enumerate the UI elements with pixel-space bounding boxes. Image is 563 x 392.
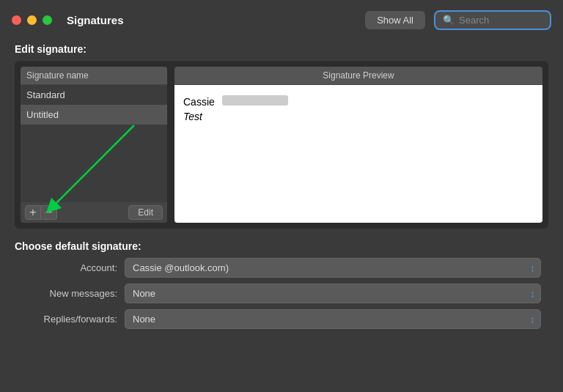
replies-forwards-select-wrap: None ↕	[125, 309, 541, 329]
add-signature-button[interactable]: +	[25, 205, 41, 220]
minimize-button[interactable]	[27, 15, 37, 25]
search-box: 🔍	[434, 10, 551, 30]
replies-forwards-label: Replies/forwards:	[22, 314, 117, 325]
search-input[interactable]	[459, 15, 540, 26]
account-select[interactable]: Cassie @outlook.com)	[125, 258, 541, 278]
close-button[interactable]	[12, 15, 21, 25]
edit-signature-button[interactable]: Edit	[128, 205, 163, 220]
signature-item-standard[interactable]: Standard	[21, 85, 167, 105]
signature-preview-name: Cassie	[183, 95, 534, 108]
signature-preview-italic: Test	[183, 111, 534, 122]
signature-list-empty-3	[21, 154, 167, 169]
edit-signature-section: Edit signature: Signature name Standard …	[15, 43, 548, 229]
signature-item-untitled[interactable]: Untitled	[21, 105, 167, 125]
show-all-button[interactable]: Show All	[365, 11, 425, 29]
default-signature-section: Choose default signature: Account: Cassi…	[15, 240, 548, 329]
account-select-wrap: Cassie @outlook.com) ↕	[125, 258, 541, 278]
signature-list-empty-1	[21, 125, 167, 139]
signature-preview-header: Signature Preview	[174, 67, 542, 85]
title-bar: Signatures Show All 🔍	[0, 0, 563, 40]
signature-preview-container: Signature Preview Cassie Test	[174, 67, 542, 223]
replies-forwards-row: Replies/forwards: None ↕	[22, 309, 541, 329]
default-signature-grid: Account: Cassie @outlook.com) ↕ New mess…	[15, 258, 548, 329]
signature-editor: Signature name Standard Untitled	[15, 61, 548, 229]
window: Signatures Show All 🔍 Edit signature: Si…	[0, 0, 563, 392]
window-title: Signatures	[67, 14, 356, 26]
content: Edit signature: Signature name Standard …	[0, 40, 563, 392]
edit-signature-label: Edit signature:	[15, 43, 548, 55]
replies-forwards-select[interactable]: None	[125, 309, 541, 329]
signature-name-text: Cassie	[183, 96, 215, 108]
account-label: Account:	[22, 262, 117, 273]
signature-list-toolbar: + − Edit	[21, 202, 167, 223]
signature-blur-redacted	[222, 95, 288, 106]
traffic-lights	[12, 15, 52, 25]
account-row: Account: Cassie @outlook.com) ↕	[22, 258, 541, 278]
signature-list-header: Signature name	[21, 67, 167, 85]
default-signature-label: Choose default signature:	[15, 240, 548, 252]
new-messages-label: New messages:	[22, 288, 117, 299]
search-icon: 🔍	[443, 15, 455, 26]
signature-list-container: Signature name Standard Untitled	[21, 67, 167, 223]
signature-list-empty-2	[21, 139, 167, 154]
maximize-button[interactable]	[43, 15, 52, 25]
signature-list: Standard Untitled	[21, 85, 167, 202]
new-messages-select[interactable]: None	[125, 284, 541, 303]
remove-signature-button[interactable]: −	[41, 205, 57, 220]
new-messages-select-wrap: None ↕	[125, 284, 541, 303]
signature-preview-body: Cassie Test	[174, 85, 542, 223]
new-messages-row: New messages: None ↕	[22, 284, 541, 303]
